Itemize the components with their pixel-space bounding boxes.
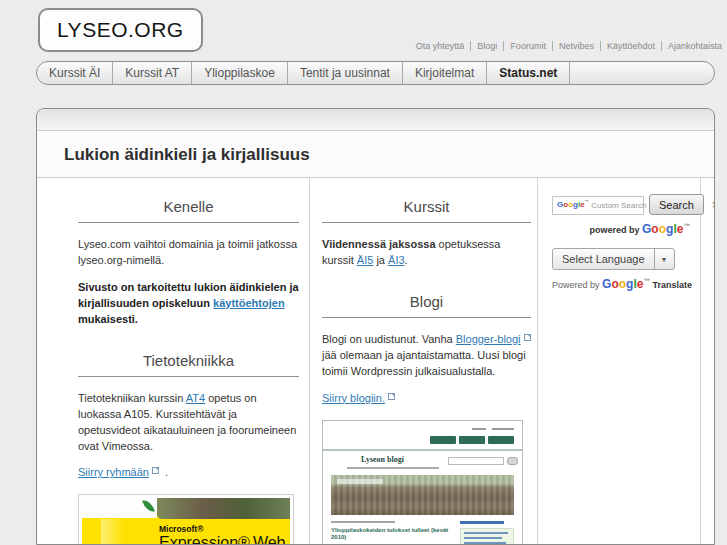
heading-blogi: Blogi bbox=[322, 293, 531, 318]
kurssit-bold: Viidennessä jaksossa bbox=[322, 238, 436, 250]
site-logo[interactable]: LYSEO.ORG bbox=[38, 8, 203, 52]
placeholder-line bbox=[464, 542, 506, 544]
siirry-ryhmaan-link[interactable]: Siirry ryhmään bbox=[78, 466, 149, 478]
blogger-blogi-link[interactable]: Blogger-blogi bbox=[456, 333, 521, 345]
thumb-sidebar bbox=[460, 521, 514, 545]
tietotekniikka-goto: Siirry ryhmään. bbox=[78, 465, 299, 481]
heading-kenelle: Kenelle bbox=[78, 198, 299, 223]
blog-thumbnail[interactable]: Lyseon blogi Ylioppilaskokeiden tulokset… bbox=[322, 420, 523, 545]
link-ota-yhteytta[interactable]: Ota yhteyttä bbox=[410, 41, 472, 51]
placeholder-line bbox=[460, 521, 504, 524]
tab-kurssit-at[interactable]: Kurssit AT bbox=[113, 62, 192, 84]
link-netvibes[interactable]: Netvibes bbox=[553, 41, 601, 51]
thumb-header-photo bbox=[331, 475, 514, 515]
thumb-sidebar-box bbox=[460, 528, 514, 545]
thumb-button bbox=[459, 436, 485, 444]
select-language-label: Select Language bbox=[553, 249, 654, 269]
ew-brand-name: Expression®Web bbox=[159, 534, 286, 545]
thumb-article-title: Ylioppilaskokeiden tulokset tulleet (kev… bbox=[331, 527, 449, 543]
custom-search-input[interactable] bbox=[552, 196, 644, 215]
main-nav: Kurssit ÄI Kurssit AT Ylioppilaskoe Tent… bbox=[36, 61, 715, 85]
thumb-button bbox=[488, 436, 514, 444]
blogi-before: Blogi on uudistunut. Vanha bbox=[322, 333, 456, 345]
translate-label: Translate bbox=[653, 280, 693, 290]
tietotekniikka-paragraph: Tietotekniikan kurssin AT4 opetus on luo… bbox=[78, 391, 299, 455]
expression-web-graphic: Microsoft® Expression®Web bbox=[82, 498, 290, 545]
placeholder-line bbox=[464, 537, 502, 539]
blogi-paragraph: Blogi on uudistunut. Vanha Blogger-blogi… bbox=[322, 332, 531, 380]
tab-tentit-ja-uusinnat[interactable]: Tentit ja uusinnat bbox=[288, 62, 403, 84]
thumb-top-links bbox=[472, 428, 514, 430]
kurssit-ja: ja bbox=[373, 254, 388, 266]
column-sidebar: Google™ Custom Search Search × powered b… bbox=[538, 178, 701, 545]
external-link-icon bbox=[152, 467, 159, 474]
select-language-dropdown[interactable]: Select Language ▼ bbox=[552, 248, 675, 270]
ew-brand-microsoft: Microsoft® bbox=[159, 524, 204, 534]
search-button[interactable]: Search bbox=[649, 194, 704, 215]
content-container: Lukion äidinkieli ja kirjallisuus Kenell… bbox=[36, 108, 715, 545]
powered-by-google: powered by Google™ bbox=[552, 222, 690, 236]
link-blogi[interactable]: Blogi bbox=[471, 41, 504, 51]
thumb-search-button bbox=[507, 457, 518, 465]
ew-brand-web: Web bbox=[253, 534, 286, 545]
page-title: Lukion äidinkieli ja kirjallisuus bbox=[37, 131, 714, 178]
utility-links: Ota yhteyttäBlogiFoorumitNetvibesKäyttöe… bbox=[410, 41, 722, 51]
kenelle-paragraph-2: Sivusto on tarkoitettu lukion äidinkiele… bbox=[78, 280, 299, 328]
heading-kurssit: Kurssit bbox=[322, 198, 531, 223]
thumb-photo-caption bbox=[337, 479, 383, 484]
google-logo: Google™ bbox=[602, 277, 650, 291]
kurssit-paragraph: Viidennessä jaksossa opetuksessa kurssit… bbox=[322, 237, 531, 269]
thumb-button bbox=[430, 436, 456, 444]
container-top-strip bbox=[37, 109, 714, 131]
google-logo: Google™ bbox=[642, 222, 690, 236]
chevron-down-icon: ▼ bbox=[654, 249, 674, 269]
link-foorumit[interactable]: Foorumit bbox=[504, 41, 553, 51]
placeholder-line bbox=[472, 428, 486, 430]
thumb-divider bbox=[323, 449, 522, 451]
thumb-article: Ylioppilaskokeiden tulokset tulleet (kev… bbox=[331, 521, 449, 545]
tab-kurssit-ai[interactable]: Kurssit ÄI bbox=[37, 62, 113, 84]
ai5-link[interactable]: ÄI5 bbox=[357, 254, 374, 266]
external-link-icon bbox=[388, 393, 395, 400]
siirry-blogiin-link[interactable]: Siirry blogiin. bbox=[322, 392, 385, 404]
expression-web-image[interactable]: Microsoft® Expression®Web bbox=[78, 494, 294, 545]
powered-by2-text: Powered by bbox=[552, 280, 602, 290]
column-gutter bbox=[701, 178, 714, 545]
ai3-link[interactable]: ÄI3 bbox=[388, 254, 405, 266]
thumb-nav-buttons bbox=[430, 436, 514, 444]
tab-status-net[interactable]: Status.net bbox=[487, 62, 570, 84]
kurssit-end: . bbox=[405, 254, 408, 266]
powered-by-text: powered by bbox=[589, 225, 642, 235]
tab-kirjoitelmat[interactable]: Kirjoitelmat bbox=[403, 62, 487, 84]
tt-text-before: Tietotekniikan kurssin bbox=[78, 392, 186, 404]
ew-photo-strip bbox=[157, 498, 290, 519]
column-middle: Kurssit Viidennessä jaksossa opetuksessa… bbox=[310, 178, 538, 545]
kenelle-p2-end: mukaisesti. bbox=[78, 313, 138, 325]
external-link-icon bbox=[524, 334, 531, 341]
heading-tietotekniikka: Tietotekniikka bbox=[78, 352, 299, 377]
content-columns: Kenelle Lyseo.com vaihtoi domainia ja to… bbox=[37, 178, 714, 545]
link-ajankohtaista[interactable]: Ajankohtaista bbox=[662, 41, 722, 51]
powered-by-google-translate: Powered by Google™ Translate bbox=[552, 277, 694, 291]
placeholder-line bbox=[492, 428, 514, 430]
custom-search-row: Google™ Custom Search Search × bbox=[552, 194, 694, 215]
ew-highlight-band bbox=[101, 519, 124, 545]
link-kayttoehdot[interactable]: Käyttöehdot bbox=[601, 41, 662, 51]
ew-brand-expression: Expression® bbox=[159, 534, 250, 545]
kenelle-paragraph-1: Lyseo.com vaihtoi domainia ja toimii jat… bbox=[78, 237, 299, 269]
blogi-goto: Siirry blogiin. bbox=[322, 391, 531, 407]
goto-suffix: . bbox=[165, 466, 168, 478]
column-left: Kenelle Lyseo.com vaihtoi domainia ja to… bbox=[37, 178, 310, 545]
placeholder-line bbox=[331, 521, 395, 523]
kayttoehdot-link[interactable]: käyttöehtojen bbox=[213, 297, 285, 309]
custom-search-wrap: Google™ Custom Search bbox=[552, 195, 644, 215]
thumb-subtitle-line bbox=[347, 467, 439, 469]
tab-ylioppilaskoe[interactable]: Ylioppilaskoe bbox=[192, 62, 288, 84]
blogi-after: jää olemaan ja ajantaistamatta. Uusi blo… bbox=[322, 349, 526, 377]
placeholder-line bbox=[464, 532, 508, 534]
at4-link[interactable]: AT4 bbox=[186, 392, 205, 404]
thumb-blog-title: Lyseon blogi bbox=[361, 455, 404, 464]
thumb-search-box bbox=[448, 457, 504, 465]
